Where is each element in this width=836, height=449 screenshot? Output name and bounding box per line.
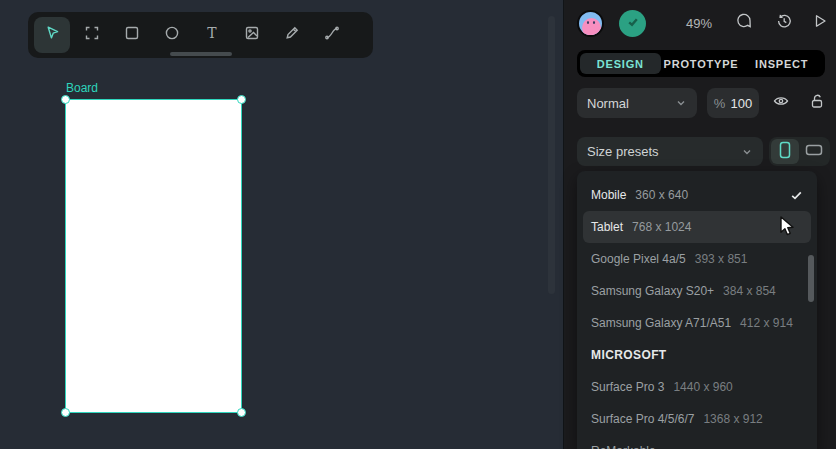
tab-prototype[interactable]: PROTOTYPE [661, 53, 742, 74]
canvas-vertical-scrollbar[interactable] [548, 16, 555, 294]
preset-dimensions: 393 x 851 [695, 252, 748, 266]
resize-handle-bottom-right[interactable] [237, 408, 246, 417]
size-preset-option[interactable]: Tablet 768 x 1024 [583, 211, 811, 243]
image-icon [243, 24, 261, 46]
preset-name: Samsung Galaxy A71/A51 [591, 316, 731, 330]
landscape-icon [804, 141, 824, 163]
size-presets-row: Size presets [577, 137, 825, 166]
opacity-input[interactable]: % 100 [707, 88, 759, 118]
size-presets-label: Size presets [587, 144, 659, 159]
cursor-icon [43, 24, 61, 46]
resize-handle-top-right[interactable] [237, 95, 246, 104]
blend-options-row: Normal % 100 [577, 88, 825, 118]
portrait-orientation-button[interactable] [771, 139, 799, 164]
avatar-eye [593, 21, 595, 24]
comment-bubble-icon [735, 12, 753, 34]
preset-name: Google Pixel 4a/5 [591, 252, 686, 266]
blend-mode-value: Normal [587, 96, 629, 111]
portrait-icon [776, 140, 794, 164]
check-icon [625, 14, 641, 34]
size-preset-option[interactable]: Samsung Galaxy A71/A51 412 x 914 [583, 307, 811, 339]
path-tool-button[interactable] [314, 17, 350, 53]
mouse-cursor [779, 216, 799, 242]
user-avatar[interactable] [577, 10, 604, 37]
ellipse-icon [163, 24, 181, 46]
pencil-icon [283, 24, 301, 46]
preset-dimensions: 1440 x 960 [673, 380, 732, 394]
path-icon [323, 24, 341, 46]
preset-section-header: MICROSOFT [583, 339, 811, 371]
preset-name: Samsung Galaxy S20+ [591, 284, 714, 298]
board-label[interactable]: Board [66, 81, 98, 95]
preset-dimensions: 412 x 914 [740, 316, 793, 330]
avatar-eye [587, 21, 589, 24]
preset-dimensions: 384 x 854 [723, 284, 776, 298]
board-tool-button[interactable] [74, 17, 110, 53]
landscape-orientation-button[interactable] [801, 139, 829, 164]
preset-dimensions: 768 x 1024 [632, 220, 691, 234]
percent-symbol: % [714, 96, 726, 111]
preset-name: Tablet [591, 220, 623, 234]
panel-tabs: DESIGN PROTOTYPE INSPECT [577, 50, 825, 77]
size-preset-option[interactable]: ReMarkable [583, 435, 811, 449]
play-icon [811, 12, 829, 34]
text-tool-button[interactable]: T [194, 17, 230, 53]
tab-inspect[interactable]: INSPECT [741, 53, 822, 74]
text-icon: T [203, 24, 221, 46]
size-preset-option[interactable]: Mobile 360 x 640 [583, 179, 811, 211]
history-button[interactable] [774, 13, 794, 33]
visibility-toggle[interactable] [771, 93, 791, 113]
orientation-toggle-group [769, 137, 830, 166]
tools-toolbar: T [28, 12, 373, 58]
board-frame[interactable] [65, 99, 242, 413]
comments-button[interactable] [734, 13, 754, 33]
preset-dimensions: 1368 x 912 [703, 412, 762, 426]
panel-header: 49% [565, 0, 836, 48]
zoom-level[interactable]: 49% [686, 16, 712, 31]
size-preset-option[interactable]: Samsung Galaxy S20+ 384 x 854 [583, 275, 811, 307]
size-preset-option[interactable]: Google Pixel 4a/5 393 x 851 [583, 243, 811, 275]
pencil-tool-button[interactable] [274, 17, 310, 53]
image-tool-button[interactable] [234, 17, 270, 53]
check-icon [790, 189, 803, 202]
preset-name: ReMarkable [591, 444, 656, 449]
history-icon [775, 12, 793, 34]
canvas-area[interactable]: T Board [0, 0, 564, 449]
chevron-down-icon [675, 97, 687, 109]
rectangle-tool-button[interactable] [114, 17, 150, 53]
size-presets-menu: Mobile 360 x 640 Tablet 768 x 1024 Googl… [577, 171, 817, 449]
ellipse-tool-button[interactable] [154, 17, 190, 53]
preset-name: Surface Pro 4/5/6/7 [591, 412, 694, 426]
avatar-face [582, 18, 601, 37]
preset-name: Surface Pro 3 [591, 380, 664, 394]
unlock-icon [808, 92, 826, 114]
preset-dimensions: 360 x 640 [635, 188, 688, 202]
chevron-down-icon [741, 146, 753, 158]
menu-scrollbar[interactable] [808, 255, 814, 302]
eye-icon [772, 92, 790, 114]
play-button[interactable] [810, 13, 830, 33]
select-tool-button[interactable] [34, 17, 70, 53]
opacity-value: 100 [730, 96, 752, 111]
size-preset-option[interactable]: Surface Pro 4/5/6/7 1368 x 912 [583, 403, 811, 435]
penpot-workspace: T Board [0, 0, 836, 449]
toolbar-drag-handle[interactable] [170, 52, 232, 56]
preset-name: Mobile [591, 188, 626, 202]
blend-mode-select[interactable]: Normal [577, 88, 697, 118]
lock-toggle[interactable] [807, 93, 827, 113]
tab-design[interactable]: DESIGN [580, 53, 661, 74]
resize-handle-bottom-left[interactable] [61, 408, 70, 417]
resize-handle-top-left[interactable] [61, 95, 70, 104]
size-preset-option[interactable]: Surface Pro 3 1440 x 960 [583, 371, 811, 403]
preset-name: MICROSOFT [591, 348, 667, 362]
rectangle-icon [123, 24, 141, 46]
svg-text:T: T [207, 25, 217, 41]
board-icon [83, 24, 101, 46]
saved-status-button[interactable] [619, 10, 646, 37]
size-presets-select[interactable]: Size presets [577, 137, 763, 166]
